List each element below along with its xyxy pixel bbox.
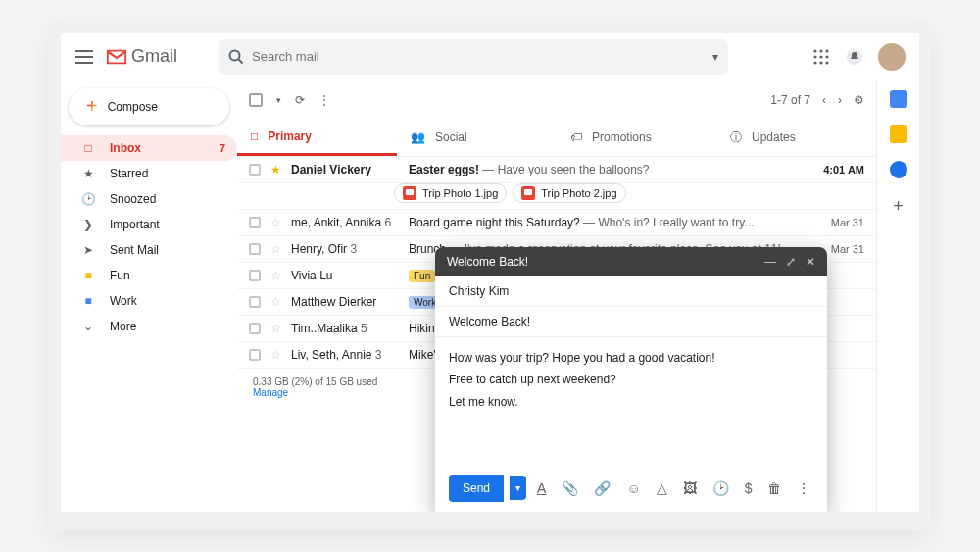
main-content: ▾ ⟳ ⋮ 1-7 of 7 ‹ › ⚙ □Primary👥Social🏷Pro… bbox=[237, 80, 876, 512]
tab-promotions[interactable]: 🏷Promotions bbox=[557, 120, 716, 156]
item-count: 7 bbox=[220, 142, 225, 154]
row-checkbox[interactable] bbox=[249, 164, 261, 176]
sidebar-item-snoozed[interactable]: 🕑Snoozed bbox=[61, 186, 237, 212]
send-button[interactable]: Send bbox=[449, 475, 504, 502]
refresh-icon[interactable]: ⟳ bbox=[295, 93, 305, 107]
star-icon[interactable]: ☆ bbox=[270, 348, 281, 362]
folder-icon: ■ bbox=[80, 294, 96, 308]
row-checkbox[interactable] bbox=[249, 217, 261, 228]
body-line: How was your trip? Hope you had a good v… bbox=[449, 347, 813, 370]
search-bar[interactable]: ▾ bbox=[219, 39, 728, 75]
discard-icon[interactable]: 🗑 bbox=[762, 480, 786, 496]
row-checkbox[interactable] bbox=[249, 270, 261, 281]
row-checkbox[interactable] bbox=[249, 349, 261, 361]
email-from: Daniel Vickery bbox=[291, 163, 399, 176]
emoji-icon[interactable]: ☺ bbox=[621, 480, 645, 496]
tab-label: Primary bbox=[268, 129, 312, 143]
email-row[interactable]: ☆ me, Ankit, Annika 6 Board game night t… bbox=[237, 210, 876, 236]
folder-icon: □ bbox=[80, 141, 96, 155]
tab-label: Social bbox=[435, 130, 467, 144]
svg-point-1 bbox=[813, 49, 816, 52]
attach-icon[interactable]: 📎 bbox=[557, 480, 583, 496]
tab-icon: 🏷 bbox=[570, 130, 582, 144]
select-dropdown-icon[interactable]: ▾ bbox=[276, 95, 281, 105]
attachment-chip[interactable]: Trip Photo 1.jpg bbox=[394, 183, 507, 203]
gmail-logo[interactable]: Gmail bbox=[106, 46, 177, 67]
search-input[interactable] bbox=[252, 49, 705, 64]
settings-icon[interactable]: ⚙ bbox=[854, 93, 864, 107]
email-from: Vivia Lu bbox=[291, 269, 399, 282]
link-icon[interactable]: 🔗 bbox=[589, 480, 615, 496]
star-icon[interactable]: ☆ bbox=[270, 322, 281, 335]
tab-icon: ⓘ bbox=[730, 129, 742, 146]
compose-toolbar: Send ▾ A 📎 🔗 ☺ △ 🖼 🕑 $ 🗑 ⋮ bbox=[435, 465, 827, 512]
photo-icon[interactable]: 🖼 bbox=[678, 480, 702, 496]
sidebar-item-label: Important bbox=[110, 218, 160, 231]
sidebar-item-more[interactable]: ⌄More bbox=[61, 314, 237, 339]
row-checkbox[interactable] bbox=[249, 243, 261, 255]
tab-icon: □ bbox=[251, 129, 258, 143]
close-icon[interactable]: ✕ bbox=[806, 255, 815, 269]
email-snippet: — Who's in? I really want to try... bbox=[580, 216, 754, 229]
folder-icon: ❯ bbox=[80, 218, 96, 231]
compose-header[interactable]: Welcome Back! — ⤢ ✕ bbox=[435, 247, 827, 276]
sidebar-item-fun[interactable]: ■Fun bbox=[61, 263, 237, 288]
sidebar-item-work[interactable]: ■Work bbox=[61, 288, 237, 314]
tasks-addon-icon[interactable] bbox=[890, 161, 907, 178]
get-addons-icon[interactable]: + bbox=[893, 196, 904, 217]
keep-addon-icon[interactable] bbox=[890, 125, 907, 143]
email-snippet: — Have you seen the balloons? bbox=[479, 163, 649, 176]
prev-page-icon[interactable]: ‹ bbox=[822, 93, 826, 107]
tab-updates[interactable]: ⓘUpdates bbox=[716, 120, 876, 156]
star-icon[interactable]: ★ bbox=[270, 163, 281, 176]
compose-title: Welcome Back! bbox=[447, 255, 528, 269]
main-menu-icon[interactable] bbox=[74, 47, 94, 67]
attachment-chip[interactable]: Trip Photo 2.jpg bbox=[513, 183, 625, 203]
drive-icon[interactable]: △ bbox=[652, 480, 672, 496]
format-icon[interactable]: A bbox=[532, 480, 551, 496]
folder-icon: ■ bbox=[80, 269, 96, 282]
sidebar-item-label: Snoozed bbox=[110, 192, 156, 206]
svg-point-0 bbox=[230, 50, 240, 60]
tab-primary[interactable]: □Primary bbox=[237, 120, 397, 156]
email-row[interactable]: ★ Daniel Vickery Easter eggs! — Have you… bbox=[237, 157, 876, 183]
compose-button[interactable]: + Compose bbox=[69, 88, 229, 125]
money-icon[interactable]: $ bbox=[740, 480, 758, 496]
compose-more-icon[interactable]: ⋮ bbox=[792, 480, 815, 496]
star-icon[interactable]: ☆ bbox=[270, 242, 281, 256]
sidebar-item-starred[interactable]: ★Starred bbox=[61, 161, 237, 186]
svg-point-5 bbox=[819, 55, 822, 58]
email-from: Liv, Seth, Annie 3 bbox=[291, 348, 399, 362]
compose-body[interactable]: How was your trip? Hope you had a good v… bbox=[435, 337, 827, 465]
send-options-icon[interactable]: ▾ bbox=[510, 476, 526, 500]
sidebar-item-important[interactable]: ❯Important bbox=[61, 212, 237, 237]
subject-field[interactable]: Welcome Back! bbox=[435, 307, 827, 337]
category-label: Fun bbox=[409, 270, 435, 282]
manage-storage-link[interactable]: Manage bbox=[253, 387, 288, 398]
select-all-checkbox[interactable] bbox=[249, 93, 263, 107]
notifications-icon[interactable] bbox=[845, 47, 864, 67]
body-line: Free to catch up next weekend? bbox=[449, 369, 813, 391]
category-tabs: □Primary👥Social🏷PromotionsⓘUpdates bbox=[237, 120, 876, 157]
row-checkbox[interactable] bbox=[249, 323, 261, 334]
search-options-icon[interactable]: ▾ bbox=[712, 50, 718, 64]
fullscreen-icon[interactable]: ⤢ bbox=[786, 255, 796, 269]
tab-icon: 👥 bbox=[411, 130, 425, 144]
sidebar-item-sent-mail[interactable]: ➤Sent Mail bbox=[61, 237, 237, 263]
calendar-addon-icon[interactable] bbox=[890, 90, 907, 108]
star-icon[interactable]: ☆ bbox=[270, 216, 281, 229]
timer-icon[interactable]: 🕑 bbox=[708, 480, 734, 496]
to-field[interactable]: Christy Kim bbox=[435, 276, 827, 307]
svg-point-2 bbox=[819, 49, 822, 52]
tab-social[interactable]: 👥Social bbox=[397, 120, 557, 156]
compose-window: Welcome Back! — ⤢ ✕ Christy Kim Welcome … bbox=[435, 247, 827, 512]
next-page-icon[interactable]: › bbox=[838, 93, 842, 107]
star-icon[interactable]: ☆ bbox=[270, 269, 281, 282]
apps-icon[interactable] bbox=[811, 47, 831, 67]
row-checkbox[interactable] bbox=[249, 296, 261, 308]
account-avatar[interactable] bbox=[878, 43, 906, 71]
star-icon[interactable]: ☆ bbox=[270, 295, 281, 309]
minimize-icon[interactable]: — bbox=[764, 255, 776, 269]
sidebar-item-inbox[interactable]: □Inbox7 bbox=[61, 135, 237, 161]
more-icon[interactable]: ⋮ bbox=[318, 93, 330, 107]
